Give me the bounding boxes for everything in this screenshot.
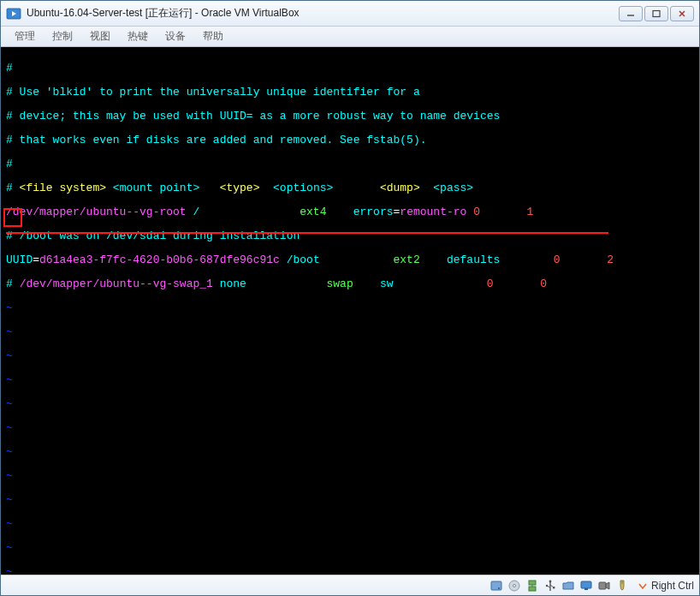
fstab-uuid-line: UUID=d61a4ea3-f7fc-4620-b0b6-687dfe96c91… bbox=[6, 254, 694, 266]
usb-icon[interactable] bbox=[543, 578, 558, 593]
vim-tilde: ~ bbox=[6, 422, 694, 434]
svg-rect-19 bbox=[599, 582, 606, 589]
svg-rect-17 bbox=[581, 581, 591, 588]
menu-devices[interactable]: 设备 bbox=[157, 29, 194, 44]
display-icon[interactable] bbox=[578, 578, 594, 593]
fstab-comment: # that works even if disks are added and… bbox=[6, 134, 694, 146]
vim-tilde: ~ bbox=[6, 326, 694, 338]
vim-tilde: ~ bbox=[6, 542, 694, 554]
vm-window: Ubuntu-16.04-Server-test [正在运行] - Oracle… bbox=[0, 0, 700, 596]
menu-manage[interactable]: 管理 bbox=[6, 29, 44, 44]
svg-point-9 bbox=[513, 584, 515, 587]
vim-tilde: ~ bbox=[6, 302, 694, 314]
fstab-swap-line: # /dev/mapper/ubuntu--vg-swap_1 none swa… bbox=[6, 278, 694, 290]
shared-folders-icon[interactable] bbox=[561, 578, 576, 593]
mouse-integration-icon[interactable] bbox=[614, 578, 630, 593]
vim-tilde: ~ bbox=[6, 518, 694, 530]
close-button[interactable] bbox=[670, 6, 694, 21]
vim-tilde: ~ bbox=[6, 470, 694, 482]
fstab-comment: # bbox=[6, 63, 694, 74]
fstab-header: # <file system> <mount point> <type> <op… bbox=[6, 182, 694, 194]
window-controls bbox=[619, 6, 694, 21]
fstab-comment: # bbox=[6, 158, 694, 170]
recording-icon[interactable] bbox=[596, 578, 612, 593]
svg-marker-20 bbox=[606, 582, 609, 589]
menu-control[interactable]: 控制 bbox=[44, 29, 81, 44]
maximize-button[interactable] bbox=[644, 6, 668, 21]
menubar: 管理 控制 视图 热键 设备 帮助 bbox=[1, 27, 699, 47]
vim-tilde: ~ bbox=[6, 350, 694, 362]
svg-point-14 bbox=[549, 580, 552, 582]
vim-tilde: ~ bbox=[6, 398, 694, 410]
vim-tilde: ~ bbox=[6, 374, 694, 386]
vim-tilde: ~ bbox=[6, 566, 694, 575]
svg-rect-6 bbox=[491, 581, 501, 590]
annotation-redline bbox=[6, 232, 608, 234]
harddisk-icon[interactable] bbox=[489, 578, 504, 593]
svg-point-7 bbox=[498, 587, 500, 589]
svg-rect-3 bbox=[653, 10, 660, 16]
host-key-indicator[interactable]: Right Ctrl bbox=[638, 580, 694, 592]
fstab-comment: # device; this may be used with UUID= as… bbox=[6, 110, 694, 122]
network-icon[interactable] bbox=[525, 578, 540, 593]
virtualbox-icon bbox=[6, 6, 21, 21]
svg-rect-10 bbox=[529, 581, 536, 585]
vim-tilde: ~ bbox=[6, 494, 694, 506]
chevron-down-icon bbox=[638, 581, 648, 591]
svg-rect-11 bbox=[529, 587, 536, 591]
host-key-label: Right Ctrl bbox=[651, 580, 694, 592]
menu-view[interactable]: 视图 bbox=[81, 29, 119, 44]
fstab-root: /dev/mapper/ubuntu--vg-root / ext4 error… bbox=[6, 206, 694, 218]
menu-help[interactable]: 帮助 bbox=[194, 29, 232, 44]
svg-rect-18 bbox=[584, 588, 588, 590]
minimize-button[interactable] bbox=[619, 6, 643, 21]
statusbar: Right Ctrl bbox=[1, 575, 699, 595]
window-title: Ubuntu-16.04-Server-test [正在运行] - Oracle… bbox=[27, 6, 300, 21]
fstab-comment: # Use 'blkid' to print the universally u… bbox=[6, 86, 694, 98]
vim-tilde: ~ bbox=[6, 446, 694, 458]
titlebar: Ubuntu-16.04-Server-test [正在运行] - Oracle… bbox=[1, 1, 699, 27]
menu-hotkeys[interactable]: 热键 bbox=[119, 29, 157, 44]
terminal[interactable]: # # Use 'blkid' to print the universally… bbox=[1, 47, 699, 575]
optical-disk-icon[interactable] bbox=[507, 578, 522, 593]
